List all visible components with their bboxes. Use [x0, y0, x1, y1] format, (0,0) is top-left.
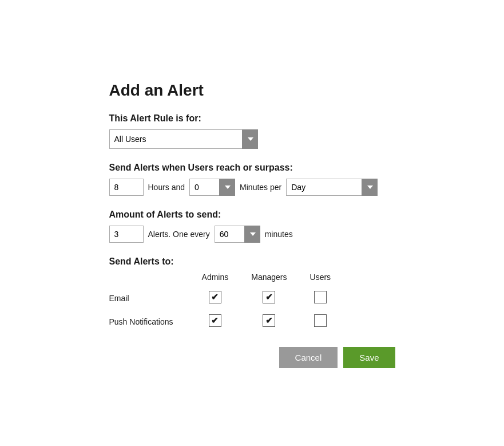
row-label-header	[109, 273, 191, 286]
minutes-label: minutes	[265, 230, 293, 239]
send-alerts-to-label: Send Alerts to:	[109, 256, 395, 267]
table-row: Push Notifications	[109, 310, 343, 333]
cancel-button[interactable]: Cancel	[279, 347, 338, 368]
minutes-per-text: Minutes per	[240, 183, 281, 192]
hours-and-text: Hours and	[148, 183, 185, 192]
minutes-select-wrapper: 0 15 30 45	[189, 179, 235, 196]
push-users-cell	[299, 310, 343, 333]
period-select-wrapper: Day Week Month	[286, 179, 378, 196]
push-row-label: Push Notifications	[109, 310, 191, 333]
button-row: Cancel Save	[109, 347, 395, 368]
dialog-title: Add an Alert	[109, 81, 395, 100]
email-managers-cell	[240, 286, 298, 310]
alert-rule-select-wrapper: All Users Specific User Specific Group	[109, 129, 258, 149]
push-admins-cell	[191, 310, 240, 333]
send-to-table: Admins Managers Users Email	[109, 273, 343, 333]
managers-header: Managers	[240, 273, 298, 286]
send-alerts-to-section: Send Alerts to: Admins Managers Users Em…	[109, 256, 395, 333]
push-admins-checkbox[interactable]	[209, 314, 221, 327]
email-row-label: Email	[109, 286, 191, 310]
users-header: Users	[299, 273, 343, 286]
email-managers-checkbox[interactable]	[263, 291, 275, 303]
push-users-checkbox[interactable]	[314, 314, 327, 327]
alert-rule-label: This Alert Rule is for:	[109, 113, 395, 124]
hours-input[interactable]	[109, 179, 144, 196]
push-managers-checkbox[interactable]	[263, 314, 275, 327]
amount-row: Alerts. One every 15 30 60 120 minutes	[109, 226, 395, 243]
send-alerts-when-label: Send Alerts when Users reach or surpass:	[109, 163, 395, 173]
save-button[interactable]: Save	[343, 347, 395, 368]
alerts-one-every-text: Alerts. One every	[148, 230, 210, 239]
alert-count-input[interactable]	[109, 226, 144, 243]
interval-select-wrapper: 15 30 60 120	[215, 226, 260, 243]
email-admins-cell	[191, 286, 240, 310]
send-alerts-row: Hours and 0 15 30 45 Minutes per Day Wee…	[109, 179, 395, 196]
amount-label: Amount of Alerts to send:	[109, 210, 395, 220]
admins-header: Admins	[191, 273, 240, 286]
amount-section: Amount of Alerts to send: Alerts. One ev…	[109, 210, 395, 243]
period-select[interactable]: Day Week Month	[286, 179, 378, 196]
add-alert-dialog: Add an Alert This Alert Rule is for: All…	[92, 64, 412, 382]
email-admins-checkbox[interactable]	[209, 291, 221, 303]
alert-rule-section: This Alert Rule is for: All Users Specif…	[109, 113, 395, 149]
send-alerts-when-section: Send Alerts when Users reach or surpass:…	[109, 163, 395, 196]
alert-rule-select[interactable]: All Users Specific User Specific Group	[109, 129, 258, 149]
email-users-checkbox[interactable]	[314, 291, 327, 303]
minutes-select[interactable]: 0 15 30 45	[189, 179, 235, 196]
table-row: Email	[109, 286, 343, 310]
interval-select[interactable]: 15 30 60 120	[215, 226, 260, 243]
table-header-row: Admins Managers Users	[109, 273, 343, 286]
push-managers-cell	[240, 310, 298, 333]
email-users-cell	[299, 286, 343, 310]
